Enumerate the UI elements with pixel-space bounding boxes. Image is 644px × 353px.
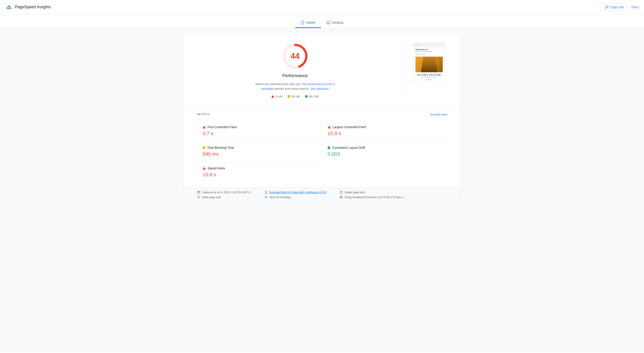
sc-product-subtitle: Impressively big. Impossibly thin. [416, 51, 443, 52]
metric-lcp-name: Largest Contentful Paint [332, 125, 366, 129]
metric-lcp-name-row: Largest Contentful Paint [328, 125, 442, 129]
performance-section: 44 Performance Values are estimated and … [184, 34, 460, 107]
expand-view-button[interactable]: Expand view [430, 113, 447, 116]
sc-promo-btn: Shop Now > [416, 79, 443, 80]
screenshot-frame: MacBook Air 15" Impressively big. Imposs… [414, 43, 445, 82]
tab-mobile[interactable]: Mobile [295, 18, 321, 28]
desc-prefix: Values are estimated and may vary. The [255, 82, 307, 86]
footer-single-page: Single page load [340, 191, 403, 194]
sc-promo-sub: Plus get a gift card up to $150.† [416, 76, 443, 78]
metrics-header: METRICS Expand view [197, 113, 447, 116]
legend-good-label: 90–100 [309, 95, 319, 98]
screenshot-area: MacBook Air 15" Impressively big. Imposs… [411, 43, 447, 82]
logo-area: PageSpeed Insights [5, 4, 51, 11]
footer-col1: Captured at Jul 9, 2023, 5:14 PM GMT+2 I… [197, 191, 251, 199]
footer-initial-load-text: Initial page load [202, 196, 221, 199]
legend-item-good: 90–100 [305, 95, 319, 98]
screenshot-titlebar [414, 43, 444, 47]
metric-fcp-name-row: First Contentful Paint [202, 125, 316, 129]
metric-si: Speed Index 10.9 s [197, 162, 322, 182]
docs-link[interactable]: Docs [632, 5, 639, 9]
signal-icon [264, 196, 268, 199]
metric-cls-name-row: Cumulative Layout Shift [328, 146, 442, 149]
legend-poor-label: 0–49 [276, 95, 282, 98]
metric-lcp: Largest Contentful Paint 15.9 s [322, 121, 447, 141]
logo-text: PageSpeed Insights [15, 5, 51, 10]
footer-captured-text: Captured at Jul 9, 2023, 5:14 PM GMT+2 [202, 191, 251, 194]
svg-point-1 [8, 8, 10, 9]
metric-si-value: 10.9 s [202, 172, 317, 178]
metric-fcp: First Contentful Paint 3.7 s [197, 121, 322, 141]
sc-links: Learn more > Buy > [416, 54, 443, 55]
screenshot-content: MacBook Air 15" Impressively big. Imposs… [414, 47, 444, 82]
legend-square-icon [288, 95, 290, 98]
mobile-icon [300, 21, 304, 25]
copy-link-label: Copy Link [610, 5, 624, 9]
tab-mobile-label: Mobile [306, 21, 316, 24]
dot1 [415, 44, 416, 46]
desc-middle-text: directly from these metrics. [274, 87, 309, 90]
section-divider [402, 43, 402, 98]
legend-medium-label: 50–89 [292, 95, 300, 98]
metric-si-icon [202, 167, 206, 170]
metric-tbt-icon [202, 146, 205, 149]
dot2 [417, 44, 418, 46]
performance-score: 44 [290, 52, 300, 61]
footer-col3: Single page load Using HeadlessChromium … [340, 191, 403, 199]
sc-link1: Learn more > [416, 54, 422, 55]
dot3 [420, 44, 421, 46]
metrics-title: METRICS [197, 113, 210, 116]
svg-rect-0 [5, 4, 12, 11]
legend-circle-icon [305, 95, 308, 98]
calculator-link[interactable]: See calculator. [310, 87, 329, 90]
main-content: 44 Performance Values are estimated and … [0, 28, 644, 352]
footer-captured: Captured at Jul 9, 2023, 5:14 PM GMT+2 [197, 191, 251, 194]
legend-item-poor: 0–49 [271, 95, 282, 98]
calendar-icon [197, 191, 200, 194]
metric-cls-icon [328, 146, 330, 149]
copy-link-button[interactable]: Copy Link [600, 3, 628, 11]
metric-si-name: Speed Index [208, 166, 225, 170]
tab-desktop[interactable]: Desktop [321, 18, 349, 28]
sc-image-inner [421, 57, 437, 72]
device-icon [264, 191, 268, 194]
performance-label: Performance [282, 73, 308, 78]
metric-si-name-row: Speed Index [202, 166, 317, 170]
footer-device-text: Emulated Moto G Power with Lighthouse 10… [270, 191, 326, 194]
metric-lcp-value: 15.9 s [328, 131, 442, 136]
svg-rect-9 [198, 191, 200, 194]
score-area: 44 Performance Values are estimated and … [197, 43, 393, 98]
metric-fcp-value: 3.7 s [202, 131, 316, 136]
timer-icon [197, 196, 200, 199]
metric-fcp-icon [202, 126, 206, 128]
header-actions: Copy Link Docs [600, 3, 639, 11]
footer-chrome: Using HeadlessChromium 114.0.5735.179 wi… [340, 196, 403, 199]
metric-tbt-name-row: Total Blocking Time [202, 146, 316, 149]
footer-bar: Captured at Jul 9, 2023, 5:14 PM GMT+2 I… [184, 187, 460, 202]
link-icon [605, 5, 608, 9]
page-icon [340, 191, 343, 194]
metric-cls-name: Cumulative Layout Shift [332, 146, 365, 149]
legend: 0–49 50–89 90–100 [271, 95, 319, 98]
metric-lcp-icon [328, 126, 331, 128]
gauge-container: 44 [282, 43, 308, 70]
tab-desktop-label: Desktop [332, 21, 344, 24]
sc-promo-title: Save on Mac or iPad for college. [416, 74, 443, 76]
device-link[interactable]: Emulated Moto G Power with Lighthouse 10… [270, 191, 326, 194]
desc-link2: See calculator. [310, 87, 329, 90]
sc-link2: Buy > [423, 54, 426, 55]
metric-cls-value: 0.003 [328, 151, 442, 157]
footer-throttling-text: Slow 4G throttling [270, 196, 291, 199]
metrics-grid: First Contentful Paint 3.7 s Largest Con… [197, 121, 447, 182]
footer-throttling: Slow 4G throttling [264, 196, 326, 199]
sc-product-title: MacBook Air 15" [416, 49, 443, 50]
svg-point-18 [341, 197, 342, 198]
metric-tbt-name: Total Blocking Time [207, 146, 234, 149]
footer-col2: Emulated Moto G Power with Lighthouse 10… [264, 191, 326, 199]
metric-tbt: Total Blocking Time 590 ms [197, 141, 322, 162]
desktop-icon [326, 21, 330, 25]
svg-point-16 [266, 198, 266, 198]
footer-chrome-text: Using HeadlessChromium 114.0.5735.179 wi… [344, 196, 403, 199]
chrome-icon [340, 196, 343, 199]
metric-tbt-value: 590 ms [202, 151, 316, 157]
